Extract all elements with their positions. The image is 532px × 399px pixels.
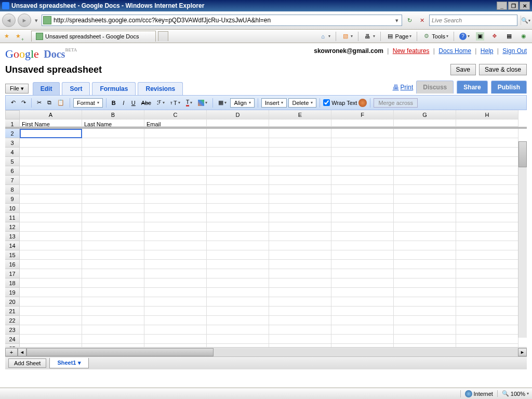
cell-H25[interactable] bbox=[456, 344, 518, 347]
print-button[interactable]: 🖶▾ bbox=[362, 31, 377, 42]
cell-E25[interactable] bbox=[269, 344, 331, 347]
cell-E13[interactable] bbox=[269, 232, 331, 241]
cell-F20[interactable] bbox=[331, 297, 394, 307]
stop-button[interactable]: ✕ bbox=[417, 15, 427, 25]
cell-A16[interactable] bbox=[20, 260, 82, 269]
row-header-7[interactable]: 7 bbox=[5, 176, 20, 185]
cell-D17[interactable] bbox=[207, 269, 269, 278]
cell-A6[interactable] bbox=[20, 166, 82, 176]
cell-B16[interactable] bbox=[82, 260, 144, 269]
undo-button[interactable]: ↶ bbox=[9, 98, 18, 107]
maximize-button[interactable]: ❐ bbox=[508, 2, 518, 10]
security-zone[interactable]: Internet bbox=[460, 390, 493, 397]
cell-B4[interactable] bbox=[82, 148, 144, 157]
cell-A22[interactable] bbox=[20, 316, 82, 325]
row-header-19[interactable]: 19 bbox=[5, 288, 20, 297]
print-link[interactable]: 🖶Print bbox=[393, 84, 414, 91]
forward-button[interactable]: ► bbox=[18, 14, 31, 27]
tab-share[interactable]: Share bbox=[457, 81, 487, 94]
row-header-18[interactable]: 18 bbox=[5, 278, 20, 288]
cell-H1[interactable] bbox=[456, 119, 518, 127]
search-go-button[interactable]: 🔍▾ bbox=[521, 16, 530, 25]
sign-out-link[interactable]: Sign Out bbox=[502, 47, 527, 55]
ext-icon-2[interactable]: ❖ bbox=[488, 31, 501, 42]
cell-D15[interactable] bbox=[207, 250, 269, 260]
cell-H18[interactable] bbox=[456, 278, 518, 288]
cell-F22[interactable] bbox=[331, 316, 394, 325]
cell-A3[interactable] bbox=[20, 138, 82, 148]
cell-A21[interactable] bbox=[20, 307, 82, 316]
cell-E18[interactable] bbox=[269, 278, 331, 288]
cell-B22[interactable] bbox=[82, 316, 144, 325]
ext-icon-1[interactable]: ▣ bbox=[474, 31, 486, 42]
cell-E19[interactable] bbox=[269, 288, 331, 297]
sort-icon[interactable] bbox=[358, 99, 367, 107]
cell-C24[interactable] bbox=[144, 335, 207, 344]
cell-A23[interactable] bbox=[20, 325, 82, 335]
row-header-24[interactable]: 24 bbox=[5, 335, 20, 344]
cell-G9[interactable] bbox=[394, 194, 456, 204]
file-menu[interactable]: File ▾ bbox=[5, 84, 29, 94]
address-bar[interactable]: ▾ bbox=[42, 15, 402, 26]
cell-B10[interactable] bbox=[82, 204, 144, 213]
tab-publish[interactable]: Publish bbox=[491, 81, 527, 94]
cell-G13[interactable] bbox=[394, 232, 456, 241]
cell-C8[interactable] bbox=[144, 185, 207, 194]
cell-D10[interactable] bbox=[207, 204, 269, 213]
cell-C21[interactable] bbox=[144, 307, 207, 316]
cell-H6[interactable] bbox=[456, 166, 518, 176]
row-header-21[interactable]: 21 bbox=[5, 307, 20, 316]
cell-D19[interactable] bbox=[207, 288, 269, 297]
browser-tab[interactable]: Unsaved spreadsheet - Google Docs bbox=[31, 31, 156, 42]
cell-B5[interactable] bbox=[82, 157, 144, 166]
row-header-8[interactable]: 8 bbox=[5, 185, 20, 194]
cell-C18[interactable] bbox=[144, 278, 207, 288]
cell-D9[interactable] bbox=[207, 194, 269, 204]
cell-H4[interactable] bbox=[456, 148, 518, 157]
cell-E12[interactable] bbox=[269, 222, 331, 232]
bg-color-button[interactable]: ▾ bbox=[196, 99, 209, 107]
cell-A20[interactable] bbox=[20, 297, 82, 307]
cell-D22[interactable] bbox=[207, 316, 269, 325]
cell-A18[interactable] bbox=[20, 278, 82, 288]
row-header-12[interactable]: 12 bbox=[5, 222, 20, 232]
cell-E16[interactable] bbox=[269, 260, 331, 269]
cell-G20[interactable] bbox=[394, 297, 456, 307]
cell-F10[interactable] bbox=[331, 204, 394, 213]
sheet-tab-1[interactable]: Sheet1 ▾ bbox=[49, 358, 88, 368]
cell-F16[interactable] bbox=[331, 260, 394, 269]
cell-G19[interactable] bbox=[394, 288, 456, 297]
cell-B7[interactable] bbox=[82, 176, 144, 185]
cell-B24[interactable] bbox=[82, 335, 144, 344]
cell-H16[interactable] bbox=[456, 260, 518, 269]
cell-B25[interactable] bbox=[82, 344, 144, 347]
cell-A9[interactable] bbox=[20, 194, 82, 204]
cell-F8[interactable] bbox=[331, 185, 394, 194]
search-input[interactable] bbox=[432, 17, 515, 23]
cell-H9[interactable] bbox=[456, 194, 518, 204]
cell-G23[interactable] bbox=[394, 325, 456, 335]
cell-F14[interactable] bbox=[331, 241, 394, 250]
cell-A7[interactable] bbox=[20, 176, 82, 185]
font-size-button[interactable]: тT▾ bbox=[168, 99, 182, 107]
cell-G11[interactable] bbox=[394, 213, 456, 222]
col-header-F[interactable]: F bbox=[331, 110, 394, 119]
row-header-23[interactable]: 23 bbox=[5, 325, 20, 335]
redo-button[interactable]: ↷ bbox=[19, 98, 28, 107]
cell-G4[interactable] bbox=[394, 148, 456, 157]
cell-D3[interactable] bbox=[207, 138, 269, 148]
cell-C7[interactable] bbox=[144, 176, 207, 185]
url-input[interactable] bbox=[54, 16, 393, 25]
cell-H2[interactable] bbox=[456, 129, 518, 138]
cell-E15[interactable] bbox=[269, 250, 331, 260]
help-link[interactable]: Help bbox=[481, 47, 494, 55]
cell-G18[interactable] bbox=[394, 278, 456, 288]
cell-C1[interactable]: Email bbox=[144, 119, 207, 127]
col-header-G[interactable]: G bbox=[394, 110, 456, 119]
cell-D5[interactable] bbox=[207, 157, 269, 166]
row-header-6[interactable]: 6 bbox=[5, 166, 20, 176]
cell-G22[interactable] bbox=[394, 316, 456, 325]
vertical-scrollbar[interactable] bbox=[518, 141, 527, 338]
cell-A12[interactable] bbox=[20, 222, 82, 232]
cell-H15[interactable] bbox=[456, 250, 518, 260]
